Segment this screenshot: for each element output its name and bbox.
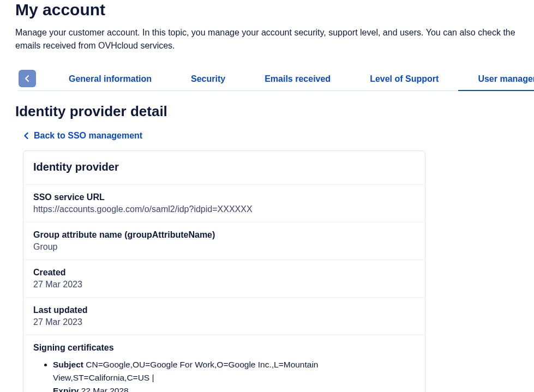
tab-emails-received[interactable]: Emails received [245, 68, 350, 91]
chevron-left-icon [23, 132, 29, 140]
cert-expiry-label: Expiry [53, 386, 79, 392]
cert-expiry-value: 22 Mar 2028 [81, 386, 129, 392]
field-created: Created 27 Mar 2023 [23, 260, 425, 298]
tab-general-information[interactable]: General information [49, 68, 171, 91]
field-value: Group [33, 242, 415, 252]
field-value: 27 Mar 2023 [33, 317, 415, 327]
field-value: 27 Mar 2023 [33, 280, 415, 290]
cert-subject-value: CN=Google,OU=Google For Work,O=Google In… [53, 360, 318, 382]
field-signing-certificates: Signing certificates Subject CN=Google,O… [23, 335, 425, 392]
field-label: Group attribute name (groupAttributeName… [33, 230, 415, 240]
field-label: Created [33, 268, 415, 278]
page-description: Manage your customer account. In this to… [15, 26, 534, 52]
back-to-sso-link[interactable]: Back to SSO management [34, 131, 142, 141]
card-title: Identity provider [23, 151, 425, 185]
section-title: Identity provider detail [15, 103, 534, 120]
field-value: https://accounts.google.com/o/saml2/idp?… [33, 204, 415, 214]
field-group-attribute: Group attribute name (groupAttributeName… [23, 222, 425, 260]
field-sso-url: SSO service URL https://accounts.google.… [23, 185, 425, 222]
identity-provider-card: Identity provider SSO service URL https:… [23, 150, 425, 392]
cert-list: Subject CN=Google,OU=Google For Work,O=G… [33, 358, 415, 392]
cert-item: Subject CN=Google,OU=Google For Work,O=G… [53, 358, 415, 392]
tab-bar: General information Security Emails rece… [19, 68, 534, 91]
page-title: My account [15, 0, 534, 20]
tab-scroll-left-button[interactable] [19, 70, 36, 87]
tab-security[interactable]: Security [171, 68, 245, 91]
back-link-row: Back to SSO management [23, 131, 534, 141]
field-label: SSO service URL [33, 192, 415, 202]
chevron-left-icon [24, 75, 31, 82]
tab-level-of-support[interactable]: Level of Support [350, 68, 458, 91]
field-last-updated: Last updated 27 Mar 2023 [23, 298, 425, 335]
field-label: Signing certificates [33, 343, 415, 353]
tab-user-management[interactable]: User management [458, 68, 534, 91]
cert-subject-label: Subject [53, 360, 83, 369]
field-label: Last updated [33, 305, 415, 315]
